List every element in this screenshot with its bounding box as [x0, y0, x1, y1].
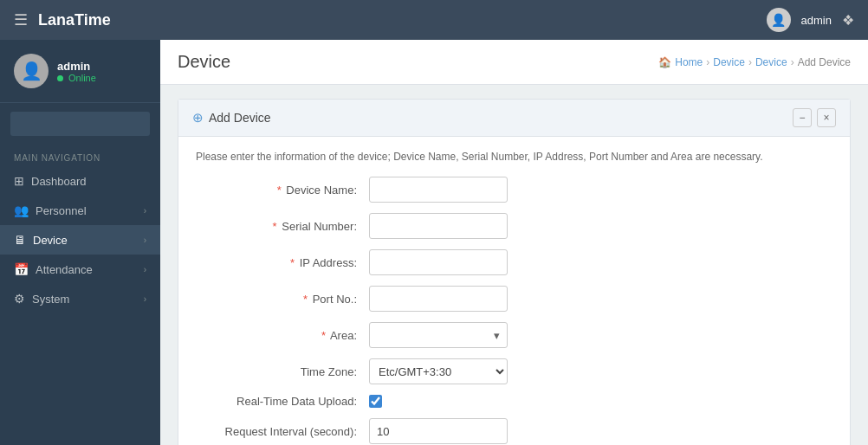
area-dropdown[interactable]: ▾ [369, 322, 508, 348]
request-interval-input[interactable] [369, 418, 508, 444]
hamburger-icon[interactable]: ☰ [14, 10, 28, 29]
sidebar-search-input[interactable] [10, 112, 150, 136]
layout: 👤 admin Online MAIN NAVIGATION ⊞ Dashboa… [0, 40, 868, 445]
sidebar-item-label: Device [33, 234, 68, 247]
required-star: * [321, 329, 326, 342]
top-nav-left: ☰ LanaTime [14, 10, 111, 29]
breadcrumb: 🏠 Home › Device › Device › Add Device [658, 56, 851, 68]
ip-address-row: * IP Address: [196, 249, 832, 275]
top-nav: ☰ LanaTime 👤 admin ❖ [0, 0, 868, 40]
breadcrumb-device1-link[interactable]: Device [713, 56, 745, 68]
chevron-right-icon: › [144, 294, 146, 304]
sidebar-username: admin [57, 60, 96, 73]
breadcrumb-home-icon: 🏠 [658, 56, 671, 68]
ip-address-input[interactable] [369, 249, 508, 275]
area-row: * Area: ▾ [196, 322, 832, 348]
dashboard-icon: ⊞ [14, 174, 24, 188]
online-dot [57, 75, 63, 81]
chevron-right-icon: › [144, 206, 146, 216]
sidebar-item-personnel[interactable]: 👥 Personnel › [0, 196, 160, 225]
time-zone-row: Time Zone: Etc/GMT+3:30 [196, 358, 832, 384]
personnel-icon: 👥 [14, 203, 29, 217]
online-badge: Online [57, 73, 96, 83]
required-star: * [303, 293, 308, 306]
attendance-icon: 📅 [14, 262, 29, 276]
request-interval-label: Request Interval (second): [196, 425, 369, 438]
chevron-down-icon: ▾ [494, 329, 500, 342]
sidebar-item-label: System [32, 293, 69, 306]
sidebar-item-label: Personnel [36, 204, 87, 217]
page-header: Device 🏠 Home › Device › Device › Add De… [160, 40, 868, 85]
area-label: * Area: [196, 329, 369, 342]
device-name-row: * Device Name: [196, 177, 832, 203]
real-time-checkbox-wrapper [369, 395, 382, 408]
sidebar-item-device[interactable]: 🖥 Device › [0, 225, 160, 255]
required-star: * [290, 256, 295, 269]
request-interval-row: Request Interval (second): [196, 418, 832, 444]
required-star: * [277, 184, 282, 197]
breadcrumb-sep: › [748, 56, 752, 68]
sidebar-item-dashboard[interactable]: ⊞ Dashboard [0, 166, 160, 196]
add-icon: ⊕ [192, 110, 204, 126]
port-no-row: * Port No.: [196, 286, 832, 312]
chevron-right-icon: › [144, 265, 146, 274]
card-controls: − × [793, 108, 836, 127]
card-title: ⊕ Add Device [192, 110, 271, 126]
required-star: * [273, 220, 277, 233]
time-zone-label: Time Zone: [196, 365, 369, 378]
top-admin-name: admin [801, 14, 832, 27]
real-time-label: Real-Time Data Upload: [196, 395, 369, 408]
top-avatar: 👤 [767, 8, 791, 32]
real-time-checkbox[interactable] [369, 395, 382, 408]
system-icon: ⚙ [14, 292, 25, 306]
sidebar: 👤 admin Online MAIN NAVIGATION ⊞ Dashboa… [0, 40, 160, 445]
port-no-label: * Port No.: [196, 293, 369, 306]
sidebar-item-label: Attendance [36, 263, 93, 276]
sidebar-item-attendance[interactable]: 📅 Attendance › [0, 255, 160, 284]
serial-number-label: * Serial Number: [196, 220, 369, 233]
time-zone-select[interactable]: Etc/GMT+3:30 [369, 358, 508, 384]
close-button[interactable]: × [817, 108, 836, 127]
network-icon: ❖ [842, 12, 854, 29]
ip-address-label: * IP Address: [196, 256, 369, 269]
sidebar-profile: 👤 admin Online [0, 40, 160, 103]
sidebar-item-system[interactable]: ⚙ System › [0, 284, 160, 313]
main-content: Device 🏠 Home › Device › Device › Add De… [160, 40, 868, 445]
device-name-input[interactable] [369, 177, 508, 203]
breadcrumb-add-device: Add Device [798, 56, 851, 68]
breadcrumb-home-link[interactable]: Home [675, 56, 703, 68]
port-no-input[interactable] [369, 286, 508, 312]
device-icon: 🖥 [14, 233, 26, 247]
sidebar-item-label: Dashboard [31, 175, 87, 188]
serial-number-row: * Serial Number: [196, 213, 832, 239]
card-description: Please enter the information of the devi… [196, 151, 832, 163]
sidebar-avatar: 👤 [14, 54, 49, 88]
real-time-row: Real-Time Data Upload: [196, 395, 832, 408]
add-device-card: ⊕ Add Device − × Please enter the inform… [178, 99, 851, 445]
breadcrumb-device2-link[interactable]: Device [755, 56, 787, 68]
minimize-button[interactable]: − [793, 108, 812, 127]
breadcrumb-sep: › [791, 56, 794, 68]
sidebar-user-info: admin Online [57, 60, 96, 83]
card-body: Please enter the information of the devi… [178, 137, 850, 445]
chevron-right-icon: › [144, 235, 146, 245]
card-header: ⊕ Add Device − × [178, 100, 850, 137]
sidebar-section-label: MAIN NAVIGATION [0, 145, 160, 166]
serial-number-input[interactable] [369, 213, 508, 239]
top-nav-right: 👤 admin ❖ [767, 8, 854, 32]
brand-name: LanaTime [38, 11, 111, 29]
page-title: Device [178, 52, 230, 72]
device-name-label: * Device Name: [196, 184, 369, 197]
breadcrumb-sep: › [706, 56, 709, 68]
